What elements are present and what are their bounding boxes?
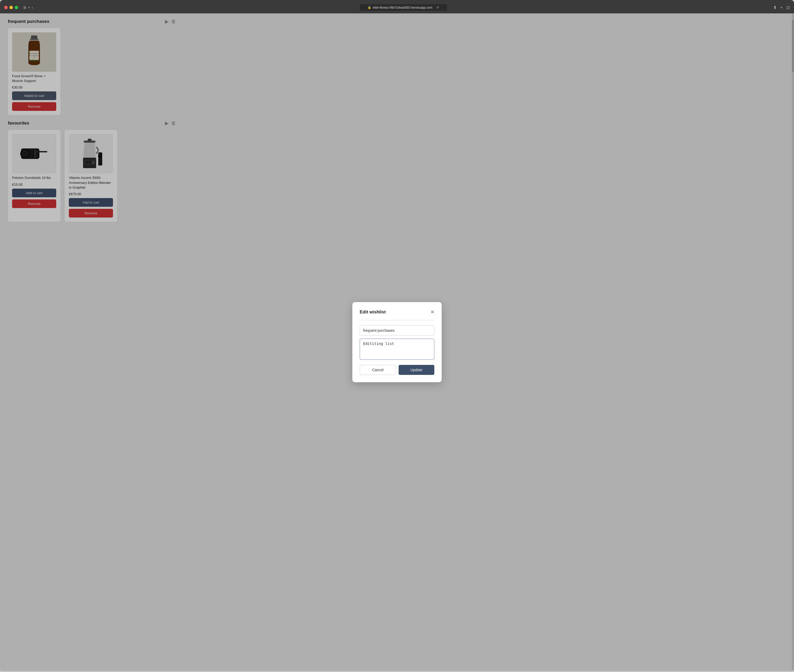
- forward-icon[interactable]: ›: [35, 5, 37, 10]
- reload-icon[interactable]: ↺: [436, 5, 439, 10]
- back-icon[interactable]: ‹: [32, 5, 33, 10]
- modal-title: Edit wishlist: [360, 309, 386, 315]
- edit-wishlist-modal: Edit wishlist ✕ Edititing list Cancel Up…: [352, 302, 442, 382]
- wishlist-name-input[interactable]: [360, 325, 434, 336]
- cancel-button[interactable]: Cancel: [360, 365, 396, 375]
- wishlist-description-textarea[interactable]: Edititing list: [360, 339, 434, 360]
- modal-divider: [360, 320, 434, 320]
- modal-footer: Cancel Update: [360, 365, 434, 375]
- chevron-down-icon[interactable]: ▾: [28, 6, 30, 9]
- address-bar[interactable]: 🔒 elite-fitness-f6b7c0ead930.herokuapp.c…: [360, 4, 447, 11]
- new-tab-icon[interactable]: +: [780, 5, 783, 10]
- sidebar-toggle-icon[interactable]: ⊞: [23, 5, 26, 10]
- traffic-light-green[interactable]: [15, 6, 18, 9]
- tabs-icon[interactable]: ⊡: [786, 5, 790, 10]
- url-text: elite-fitness-f6b7c0ead930.herokuapp.com: [373, 6, 432, 10]
- update-button[interactable]: Update: [399, 365, 434, 375]
- modal-overlay: Edit wishlist ✕ Edititing list Cancel Up…: [0, 13, 794, 671]
- traffic-light-yellow[interactable]: [10, 6, 13, 9]
- modal-close-button[interactable]: ✕: [431, 310, 434, 314]
- traffic-light-red[interactable]: [4, 6, 8, 9]
- share-icon[interactable]: ⬆: [773, 5, 776, 10]
- lock-icon: 🔒: [368, 6, 371, 9]
- modal-header: Edit wishlist ✕: [360, 309, 434, 315]
